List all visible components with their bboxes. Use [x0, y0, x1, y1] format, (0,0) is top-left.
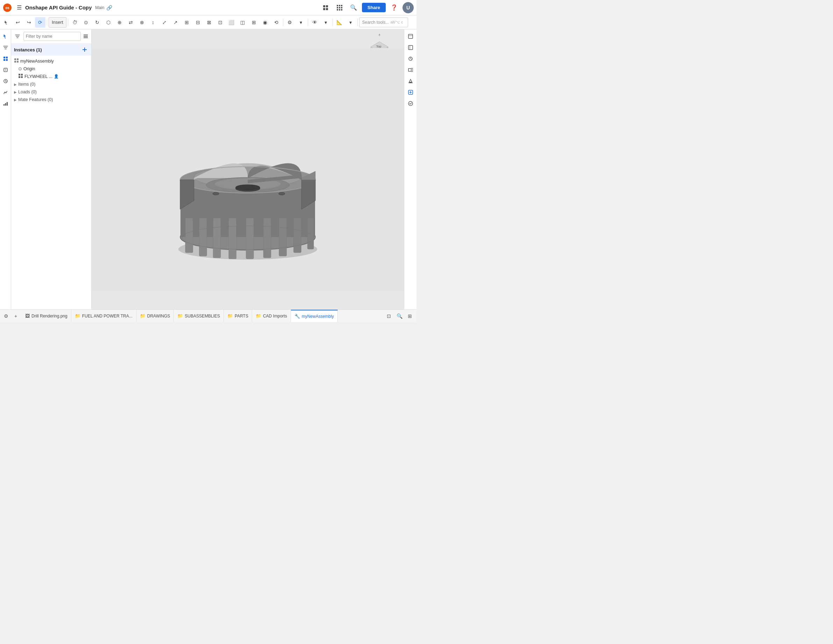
- tool-4[interactable]: ⬡: [103, 17, 114, 27]
- flywheel-label: FLYWHEEL ...: [24, 74, 53, 79]
- svg-rect-29: [14, 58, 16, 60]
- topbar-right: 🔍 Share ❓ U: [320, 2, 414, 13]
- tool-10[interactable]: ↗: [170, 17, 181, 27]
- tree-list-view-btn[interactable]: [83, 32, 88, 40]
- assembly-icon: [14, 58, 19, 64]
- view-arrow[interactable]: ▾: [321, 17, 331, 27]
- svg-rect-33: [19, 74, 20, 75]
- settings-arrow[interactable]: ▾: [296, 17, 306, 27]
- tool-7[interactable]: ⊗: [137, 17, 147, 27]
- svg-rect-22: [5, 103, 6, 106]
- origin-item[interactable]: ⊙ Origin: [11, 65, 91, 72]
- tool-8[interactable]: ↕: [148, 17, 158, 27]
- right-panel-btn-5[interactable]: [406, 76, 415, 86]
- svg-rect-84: [408, 69, 411, 71]
- tool-6[interactable]: ⇄: [125, 17, 136, 27]
- origin-icon: ⊙: [18, 66, 22, 71]
- svg-marker-86: [410, 82, 412, 83]
- link-icon[interactable]: 🔗: [106, 5, 112, 11]
- svg-rect-26: [84, 37, 88, 38]
- sidebar-parts-icon[interactable]: [1, 65, 11, 75]
- hamburger-menu[interactable]: ☰: [15, 3, 23, 12]
- redo-btn[interactable]: ↪: [24, 17, 34, 27]
- loads-section[interactable]: ▶ Loads (0): [11, 88, 91, 96]
- search-tools[interactable]: Search tools... alt/⌥ c: [359, 18, 408, 27]
- svg-rect-58: [185, 218, 193, 252]
- tool-9[interactable]: ⤢: [159, 17, 170, 27]
- loads-chevron: ▶: [14, 90, 17, 94]
- right-panel-btn-2[interactable]: [406, 43, 415, 53]
- items-section[interactable]: ▶ Items (0): [11, 80, 91, 88]
- right-panel-btn-3[interactable]: [406, 54, 415, 64]
- tab-parts[interactable]: 📁 PARTS: [224, 310, 252, 322]
- viewport[interactable]: ≡ Top Front: [92, 29, 404, 309]
- add-tab-btn[interactable]: +: [11, 312, 20, 321]
- svg-rect-65: [293, 218, 301, 252]
- share-button[interactable]: Share: [362, 3, 386, 12]
- rotate-tool[interactable]: ⟳: [35, 17, 45, 27]
- add-instance-btn[interactable]: [81, 46, 88, 53]
- flywheel-item[interactable]: FLYWHEEL ... 👤: [11, 72, 91, 80]
- settings-bottom-btn[interactable]: ⚙: [2, 312, 11, 321]
- tool-2[interactable]: ⊙: [81, 17, 91, 27]
- undo-btn[interactable]: ↩: [13, 17, 23, 27]
- sidebar-select-icon[interactable]: [1, 32, 11, 41]
- select-tool[interactable]: [2, 17, 12, 27]
- svg-rect-25: [84, 36, 88, 37]
- grid-bottom-btn[interactable]: ⊞: [405, 312, 414, 321]
- measure-btn[interactable]: 📐: [334, 17, 345, 27]
- tool-17[interactable]: ⊞: [249, 17, 259, 27]
- tab-drill[interactable]: 🖼 Drill Rendering.png: [22, 310, 71, 322]
- tool-18[interactable]: ◉: [260, 17, 270, 27]
- sidebar-assembly-icon[interactable]: [1, 54, 11, 64]
- avatar[interactable]: U: [402, 2, 414, 13]
- sidebar-sim-icon[interactable]: [1, 87, 11, 97]
- tree-filter-btn[interactable]: [14, 32, 21, 41]
- assembly-item[interactable]: myNewAssembly: [11, 57, 91, 65]
- tool-15[interactable]: ⬜: [226, 17, 237, 27]
- apps-btn[interactable]: [334, 2, 345, 13]
- view-btn[interactable]: 👁: [309, 17, 320, 27]
- tab-cad[interactable]: 📁 CAD Imports: [252, 310, 291, 322]
- right-panel-btn-1[interactable]: [406, 32, 415, 41]
- tool-1[interactable]: ⏱: [69, 17, 80, 27]
- svg-rect-15: [3, 57, 5, 58]
- right-panel-btn-4[interactable]: [406, 65, 415, 75]
- grid-view-btn[interactable]: [320, 2, 331, 13]
- insert-btn[interactable]: Insert: [48, 17, 66, 27]
- tab-assembly-icon: 🔧: [294, 313, 300, 319]
- tool-11[interactable]: ⊞: [182, 17, 192, 27]
- mate-features-section[interactable]: ▶ Mate Features (0): [11, 96, 91, 103]
- tool-19[interactable]: ⟲: [271, 17, 281, 27]
- help-btn[interactable]: ❓: [389, 2, 400, 13]
- sidebar-history-icon[interactable]: [1, 76, 11, 86]
- sidebar-analysis-icon[interactable]: [1, 99, 11, 108]
- tab-subassemblies[interactable]: 📁 SUBASSEMBLIES: [174, 310, 224, 322]
- tool-5[interactable]: ⊕: [114, 17, 125, 27]
- svg-point-73: [212, 192, 219, 195]
- tab-fuel[interactable]: 📁 FUEL AND POWER TRA...: [71, 310, 137, 322]
- right-panel-btn-7[interactable]: [406, 99, 415, 108]
- tool-12[interactable]: ⊟: [193, 17, 203, 27]
- svg-rect-4: [323, 8, 325, 10]
- tool-13[interactable]: ⊠: [204, 17, 214, 27]
- tool-14[interactable]: ⊡: [215, 17, 225, 27]
- tool-16[interactable]: ◫: [238, 17, 248, 27]
- tab-drawings[interactable]: 📁 DRAWINGS: [137, 310, 174, 322]
- settings-btn[interactable]: ⚙: [285, 17, 295, 27]
- right-panel-btn-6[interactable]: [406, 87, 415, 97]
- measure-arrow[interactable]: ▾: [346, 17, 356, 27]
- collab-icon: 👤: [54, 74, 59, 79]
- sidebar-filter-icon[interactable]: [1, 43, 11, 53]
- svg-rect-60: [213, 218, 221, 258]
- zoom-fit-btn[interactable]: ⊡: [384, 312, 393, 321]
- 3d-part-viewport[interactable]: [92, 29, 404, 309]
- search-btn[interactable]: 🔍: [348, 2, 359, 13]
- tool-3[interactable]: ↻: [92, 17, 103, 27]
- filter-input[interactable]: [23, 32, 81, 41]
- svg-rect-3: [326, 5, 328, 7]
- zoom-out-btn[interactable]: 🔍: [395, 312, 404, 321]
- tab-mynewassembly[interactable]: 🔧 myNewAssembly: [291, 310, 338, 322]
- svg-rect-61: [229, 218, 236, 259]
- tab-cad-label: CAD Imports: [263, 313, 287, 318]
